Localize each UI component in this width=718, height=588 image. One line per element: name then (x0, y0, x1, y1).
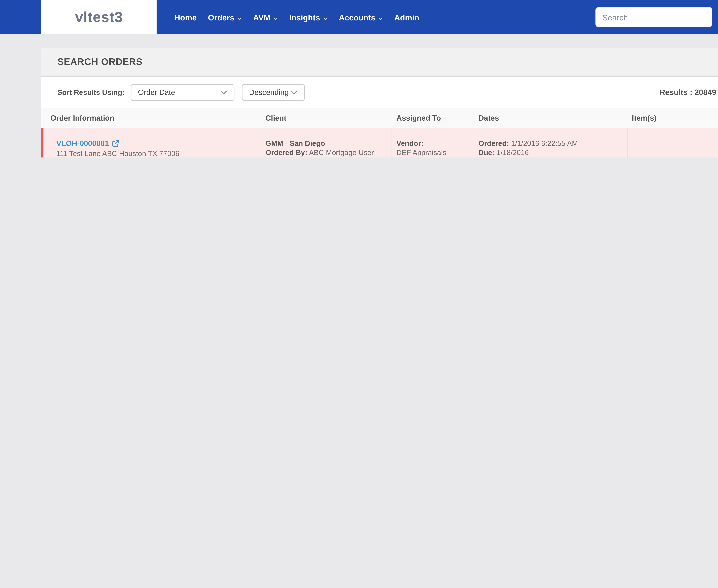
global-search (595, 7, 712, 27)
sort-label: Sort Results Using: (58, 88, 125, 96)
order-row: VLOH-0000001111 Test Lane ABC Houston TX… (41, 128, 718, 158)
nav-item-accounts[interactable]: Accounts (339, 13, 383, 22)
search-orders-card: SEARCH ORDERS Show Filter Sort Results U… (41, 48, 718, 158)
card-header: SEARCH ORDERS Show Filter (41, 48, 718, 77)
results-count: Results : 20849 item(s) found (660, 88, 718, 97)
detail-line: DEF Appraisals (396, 148, 468, 157)
detail-line: Assigned: 1/1/2016 6:38:11 AM (478, 157, 622, 158)
detail-line: 111 Test Lane ABC Houston TX 77006 (56, 149, 254, 158)
field-label: Vendor: (396, 140, 423, 147)
app-logo-text: vltest3 (75, 9, 123, 25)
order-title-line: VLOH-0000001 (56, 139, 254, 149)
sort-field-select[interactable]: Order Date (131, 84, 234, 101)
nav-item-label: Orders (208, 13, 234, 22)
top-navbar: vltest3 HomeOrdersAVMInsightsAccountsAdm… (0, 0, 718, 34)
dates-cell: Ordered: 1/1/2016 6:22:55 AMDue: 1/18/20… (474, 128, 628, 158)
detail-line: Ordered: 1/1/2016 6:22:55 AM (478, 139, 622, 148)
nav-item-home[interactable]: Home (174, 13, 197, 22)
nav-item-orders[interactable]: Orders (208, 13, 242, 22)
chevron-down-icon (378, 13, 383, 22)
navbar-right: ? (595, 0, 718, 34)
search-input[interactable] (595, 7, 712, 27)
table-body: VLOH-0000001111 Test Lane ABC Houston TX… (41, 128, 718, 158)
detail-line: Vendor: (396, 139, 468, 148)
sort-direction-value: Descending (249, 88, 289, 97)
chevron-down-icon (237, 13, 242, 22)
order-id-link[interactable]: VLOH-0000001 (56, 139, 109, 147)
column-header-assigned-to: Assigned To (392, 114, 474, 122)
client-name: GMM - San Diego (266, 139, 386, 148)
nav-item-label: Accounts (339, 13, 375, 22)
field-label: Ordered: (478, 140, 509, 147)
sort-direction-select[interactable]: Descending (242, 84, 305, 101)
nav-item-insights[interactable]: Insights (289, 13, 328, 22)
order-information-cell: VLOH-0000001111 Test Lane ABC Houston TX… (41, 128, 261, 158)
main-nav-menu: HomeOrdersAVMInsightsAccountsAdmin (174, 0, 419, 34)
sort-controls-row: Sort Results Using: Order Date Descendin… (41, 77, 718, 108)
chevron-down-icon (290, 88, 298, 97)
external-link-icon[interactable] (112, 140, 119, 149)
page-title: SEARCH ORDERS (58, 56, 143, 67)
detail-line: Due: 1/18/2016 (478, 148, 622, 157)
chevron-down-icon (220, 88, 228, 97)
field-label: Ordered By: (266, 149, 307, 156)
chevron-down-icon (273, 13, 278, 22)
column-header-client: Client (261, 114, 392, 122)
assigned-to-cell: Vendor:DEF AppraisalsNet Vendor Fee:$350… (392, 128, 474, 158)
column-header-order-information: Order Information (41, 114, 261, 122)
column-header-dates: Dates (474, 114, 628, 122)
nav-item-label: Admin (394, 13, 419, 22)
sort-field-value: Order Date (138, 88, 175, 97)
nav-item-label: AVM (253, 13, 270, 22)
client-cell: GMM - San DiegoOrdered By: ABC Mortgage … (261, 128, 392, 158)
search-orders-page: vltest3 HomeOrdersAVMInsightsAccountsAdm… (0, 0, 718, 158)
column-header-items: Item(s) (628, 114, 718, 122)
nav-item-label: Home (174, 13, 197, 22)
items-cell (628, 128, 718, 158)
nav-item-admin[interactable]: Admin (394, 13, 419, 22)
detail-line: Net Vendor Fee: (396, 157, 468, 158)
nav-item-label: Insights (289, 13, 320, 22)
detail-line: Ordered By: ABC Mortgage User One (266, 148, 386, 158)
chevron-down-icon (323, 13, 328, 22)
nav-item-avm[interactable]: AVM (253, 13, 278, 22)
table-header-row: Order Information Client Assigned To Dat… (41, 108, 718, 128)
field-label: Due: (478, 149, 495, 156)
app-logo[interactable]: vltest3 (41, 0, 157, 34)
